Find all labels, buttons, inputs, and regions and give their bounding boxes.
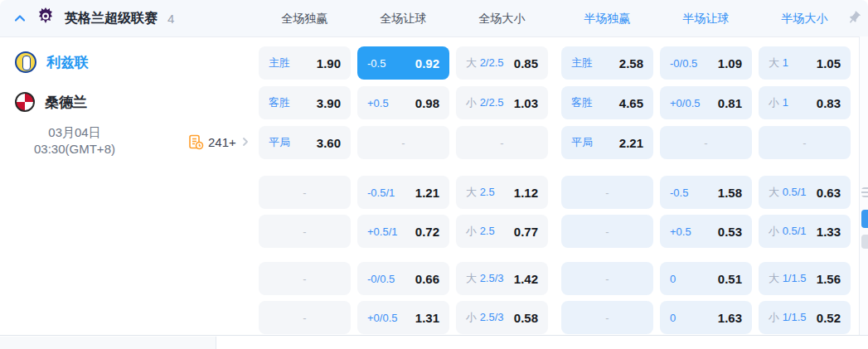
more-markets-count: 241+ [208, 135, 236, 149]
home-team-name: 利兹联 [46, 53, 89, 72]
league-match-count: 4 [167, 12, 174, 26]
odds-value: 0.52 [817, 311, 841, 325]
odds-cell[interactable]: 小 2/2.51.03 [456, 86, 548, 119]
odds-cell-empty: - [357, 126, 449, 159]
odds-label: 大 2/2.5 [466, 56, 504, 70]
odds-value: 1.63 [718, 311, 742, 325]
odds-label: +0.5 [670, 225, 691, 238]
odds-value: 1.33 [817, 225, 841, 239]
odds-label: +0/0.5 [367, 312, 398, 324]
match-time: 03:30(GMT+8) [12, 141, 138, 158]
odds-label: 客胜 [269, 95, 290, 110]
odds-value: 0.51 [718, 272, 742, 286]
odds-label: 大 1 [769, 56, 788, 70]
empty-odds-dash: - [605, 225, 609, 238]
more-markets-button[interactable]: 241+ [187, 133, 250, 150]
odds-cell[interactable]: 小 2.50.77 [456, 215, 548, 248]
next-row-preview [0, 335, 868, 349]
odds-cell[interactable]: -0.5/11.21 [357, 176, 449, 209]
odds-label: -0.5/1 [367, 187, 395, 199]
odds-cell-selected[interactable]: -0.50.92 [357, 46, 449, 80]
odds-cell[interactable]: 小 2.5/30.58 [456, 301, 548, 334]
odds-value: 0.72 [415, 225, 439, 239]
odds-value: 1.05 [817, 56, 841, 70]
odds-cell-empty: - [561, 176, 653, 209]
floating-button-fragment[interactable] [861, 210, 868, 228]
odds-label: 小 2/2.5 [466, 95, 504, 110]
odds-label: 大 1/1.5 [769, 271, 807, 286]
odds-cell[interactable]: 主胜2.58 [561, 46, 653, 80]
odds-cell[interactable]: 大 2.5/31.42 [456, 262, 548, 295]
odds-value: 0.98 [415, 96, 439, 110]
odds-cell[interactable]: +0.50.53 [660, 215, 752, 248]
empty-odds-dash: - [605, 187, 609, 199]
odds-cell[interactable]: +0/0.51.31 [357, 301, 449, 334]
odds-value: 0.83 [817, 96, 841, 110]
column-header-4: 半场独赢 [561, 0, 653, 36]
odds-cell[interactable]: +0.5/10.72 [357, 215, 449, 248]
odds-cell-empty: - [259, 176, 351, 209]
odds-cell-empty: - [561, 301, 653, 334]
chevron-up-icon [13, 12, 27, 25]
odds-value: 2.58 [619, 56, 643, 70]
odds-label: -0.5 [670, 187, 688, 199]
odds-value: 1.90 [317, 56, 341, 70]
odds-value: 0.63 [817, 186, 841, 200]
odds-value: 1.12 [514, 186, 538, 200]
odds-cell[interactable]: +0/0.50.81 [660, 86, 752, 119]
odds-value: 3.60 [317, 136, 341, 150]
odds-cell[interactable]: +0.50.98 [357, 86, 449, 119]
odds-cell-empty: - [259, 301, 351, 334]
odds-label: 大 2.5 [466, 185, 495, 200]
odds-label: +0.5/1 [367, 225, 398, 238]
home-team-badge-icon [15, 51, 36, 73]
odds-cell[interactable]: 大 2.51.12 [456, 176, 548, 209]
odds-value: 1.31 [415, 311, 439, 325]
odds-cell-empty: - [561, 215, 653, 248]
odds-cell[interactable]: 平局2.21 [561, 126, 653, 159]
home-team-row[interactable]: 利兹联 [15, 50, 89, 75]
odds-cell[interactable]: -0/0.50.66 [357, 262, 449, 295]
odds-value: 1.21 [415, 186, 439, 200]
odds-cell[interactable]: 主胜1.90 [259, 46, 351, 80]
odds-cell[interactable]: 客胜4.65 [561, 86, 653, 119]
collapse-league-button[interactable] [13, 12, 27, 25]
odds-label: 客胜 [571, 95, 593, 110]
odds-cell[interactable]: 小 10.83 [759, 86, 851, 119]
empty-odds-dash: - [803, 137, 806, 149]
odds-label: 小 1/1.5 [769, 310, 807, 325]
odds-value: 1.03 [514, 96, 538, 110]
empty-odds-dash: - [605, 273, 609, 285]
odds-cell[interactable]: 大 0.5/10.63 [759, 176, 851, 209]
odds-label: 平局 [571, 135, 593, 150]
empty-odds-dash: - [303, 187, 306, 199]
odds-cell[interactable]: -0.51.58 [660, 176, 752, 209]
empty-odds-dash: - [704, 137, 707, 149]
odds-cell[interactable]: 客胜3.90 [259, 86, 351, 119]
odds-cell[interactable]: 00.51 [660, 262, 752, 295]
empty-odds-dash: - [303, 225, 306, 238]
odds-cell[interactable]: 01.63 [660, 301, 752, 334]
odds-label: -0.5 [367, 57, 386, 70]
odds-label: +0/0.5 [670, 97, 701, 109]
premier-league-logo-icon [36, 7, 55, 30]
empty-odds-dash: - [303, 312, 306, 324]
away-team-row[interactable]: 桑德兰 [15, 90, 87, 114]
odds-cell[interactable]: 平局3.60 [259, 126, 351, 159]
odds-cell[interactable]: 小 0.5/11.33 [759, 215, 851, 248]
odds-cell-empty: - [561, 262, 653, 295]
odds-value: 0.53 [718, 225, 742, 239]
odds-cell[interactable]: 小 1/1.50.52 [759, 301, 851, 334]
odds-history-icon [187, 133, 204, 150]
odds-cell[interactable]: 大 1/1.51.56 [759, 262, 851, 295]
league-title: 英格兰超级联赛 [65, 10, 158, 27]
odds-cell[interactable]: -0/0.51.09 [660, 46, 752, 80]
odds-cell[interactable]: 大 2/2.50.85 [456, 46, 548, 80]
next-row-left-cell [0, 337, 216, 349]
odds-cell-empty: - [660, 126, 752, 159]
odds-label: 0 [670, 312, 676, 324]
odds-value: 1.42 [514, 272, 538, 286]
floating-button-fragment[interactable] [861, 235, 868, 249]
odds-cell[interactable]: 大 11.05 [759, 46, 851, 80]
odds-label: -0/0.5 [367, 273, 395, 285]
